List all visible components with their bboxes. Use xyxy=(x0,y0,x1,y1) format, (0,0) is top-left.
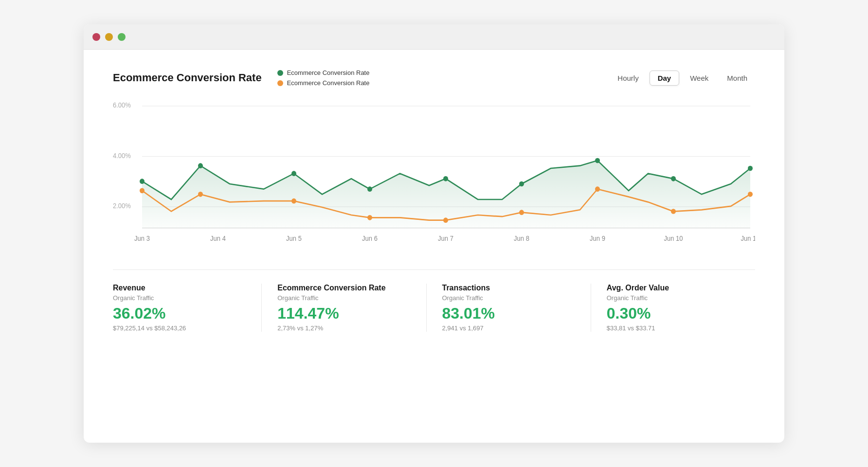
green-dot-4 xyxy=(443,176,448,181)
orange-dot-5 xyxy=(519,210,524,215)
chart-container: 6.00% 4.00% 2.00% xyxy=(113,98,755,254)
time-filters: Hourly Day Week Month xyxy=(610,71,755,86)
stat-compare-revenue: $79,225,14 vs $58,243,26 xyxy=(113,324,246,332)
x-label-jun7: Jun 7 xyxy=(438,235,453,242)
stat-card-revenue: Revenue Organic Traffic 36.02% $79,225,1… xyxy=(113,284,262,332)
filter-week[interactable]: Week xyxy=(682,71,716,85)
stat-value-transactions: 83.01% xyxy=(442,305,575,323)
legend-label-green: Ecommerce Conversion Rate xyxy=(287,69,370,76)
stat-label-transactions: Transactions xyxy=(442,284,575,292)
x-label-jun4: Jun 4 xyxy=(210,235,226,242)
minimize-dot[interactable] xyxy=(105,33,113,41)
orange-dot-2 xyxy=(291,198,296,204)
stat-value-aov: 0.30% xyxy=(607,305,740,323)
maximize-dot[interactable] xyxy=(118,33,126,41)
legend-dot-orange xyxy=(277,80,283,86)
stat-card-transactions: Transactions Organic Traffic 83.01% 2,94… xyxy=(442,284,591,332)
stat-label-aov: Avg. Order Value xyxy=(607,284,740,292)
stat-compare-ecr: 2,73% vs 1,27% xyxy=(277,324,410,332)
stat-label-revenue: Revenue xyxy=(113,284,246,292)
orange-dot-7 xyxy=(671,209,676,214)
stat-value-ecr: 114.47% xyxy=(277,305,410,323)
stat-sublabel-revenue: Organic Traffic xyxy=(113,294,246,302)
y-label-4: 4.00% xyxy=(113,152,131,159)
stat-sublabel-ecr: Organic Traffic xyxy=(277,294,410,302)
stat-compare-aov: $33,81 vs $33.71 xyxy=(607,324,740,332)
legend-item-orange: Ecommerce Conversion Rate xyxy=(277,79,370,87)
x-label-jun5: Jun 5 xyxy=(286,235,302,242)
x-label-jun3: Jun 3 xyxy=(134,235,150,242)
legend-dot-green xyxy=(277,70,283,76)
green-dot-6 xyxy=(595,158,600,163)
legend-item-green: Ecommerce Conversion Rate xyxy=(277,69,370,76)
stat-label-ecr: Ecommerce Conversion Rate xyxy=(277,284,410,292)
x-label-jun10: Jun 10 xyxy=(664,235,683,242)
filter-hourly[interactable]: Hourly xyxy=(610,71,646,85)
orange-dot-6 xyxy=(595,186,600,192)
y-label-2: 2.00% xyxy=(113,202,131,210)
chart-title: Ecommerce Conversion Rate xyxy=(113,72,262,84)
stats-row: Revenue Organic Traffic 36.02% $79,225,1… xyxy=(113,269,755,332)
filter-day[interactable]: Day xyxy=(650,71,680,86)
green-dot-0 xyxy=(140,179,145,184)
close-dot[interactable] xyxy=(92,33,100,41)
orange-dot-4 xyxy=(443,217,448,223)
orange-dot-1 xyxy=(198,192,203,197)
orange-dot-0 xyxy=(140,188,145,194)
green-dot-3 xyxy=(367,186,372,192)
x-label-jun9: Jun 9 xyxy=(590,235,605,242)
x-label-jun11: Jun 11 xyxy=(741,235,755,242)
x-label-jun8: Jun 8 xyxy=(514,235,529,242)
stat-card-aov: Avg. Order Value Organic Traffic 0.30% $… xyxy=(607,284,755,332)
chart-legend: Ecommerce Conversion Rate Ecommerce Conv… xyxy=(277,69,370,87)
green-dot-7 xyxy=(671,176,676,181)
stat-value-revenue: 36.02% xyxy=(113,305,246,323)
stat-sublabel-transactions: Organic Traffic xyxy=(442,294,575,302)
stat-compare-transactions: 2,941 vs 1,697 xyxy=(442,324,575,332)
chart-header: Ecommerce Conversion Rate Ecommerce Conv… xyxy=(113,69,755,87)
orange-dot-8 xyxy=(748,192,753,197)
y-label-6: 6.00% xyxy=(113,102,131,109)
stat-sublabel-aov: Organic Traffic xyxy=(607,294,740,302)
orange-dot-3 xyxy=(367,215,372,220)
stat-card-ecr: Ecommerce Conversion Rate Organic Traffi… xyxy=(277,284,426,332)
green-dot-8 xyxy=(748,166,753,171)
main-content: Ecommerce Conversion Rate Ecommerce Conv… xyxy=(84,50,784,351)
green-dot-2 xyxy=(291,171,296,176)
legend-label-orange: Ecommerce Conversion Rate xyxy=(287,79,370,87)
titlebar xyxy=(84,24,784,50)
chart-svg: 6.00% 4.00% 2.00% xyxy=(113,98,755,254)
x-label-jun6: Jun 6 xyxy=(362,235,378,242)
green-dot-1 xyxy=(198,163,203,168)
green-dot-5 xyxy=(519,181,524,187)
chart-title-block: Ecommerce Conversion Rate Ecommerce Conv… xyxy=(113,69,369,87)
app-window: Ecommerce Conversion Rate Ecommerce Conv… xyxy=(84,24,784,443)
filter-month[interactable]: Month xyxy=(719,71,755,85)
